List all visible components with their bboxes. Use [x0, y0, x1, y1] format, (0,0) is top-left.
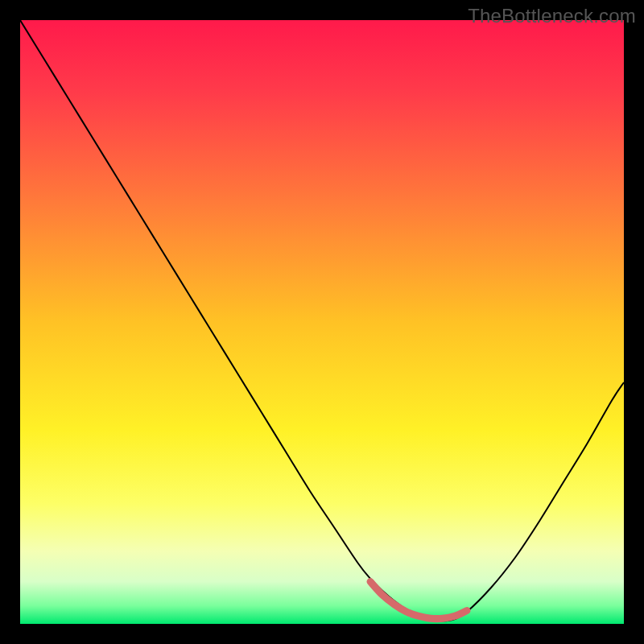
- chart-frame: TheBottleneck.com: [0, 0, 644, 644]
- chart-background: [20, 20, 624, 624]
- chart-svg: [20, 20, 624, 624]
- plot-area: [20, 20, 624, 624]
- watermark-label: TheBottleneck.com: [468, 5, 636, 27]
